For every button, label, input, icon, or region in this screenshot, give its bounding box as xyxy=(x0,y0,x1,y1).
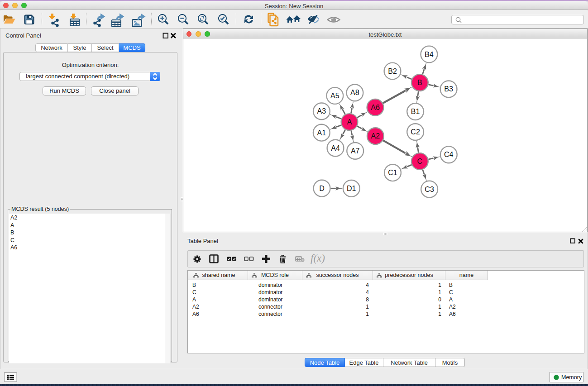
svg-text:B2: B2 xyxy=(388,67,397,75)
svg-text:A2: A2 xyxy=(371,132,380,140)
svg-text:A7: A7 xyxy=(351,147,360,155)
svg-text:C3: C3 xyxy=(425,186,434,193)
svg-text:A1: A1 xyxy=(317,129,326,137)
svg-text:A3: A3 xyxy=(317,107,326,115)
svg-text:A6: A6 xyxy=(371,104,380,111)
svg-text:C1: C1 xyxy=(388,169,397,176)
svg-text:B4: B4 xyxy=(425,51,434,58)
svg-text:C2: C2 xyxy=(411,128,420,136)
svg-text:B3: B3 xyxy=(444,85,453,93)
svg-text:C4: C4 xyxy=(444,151,454,158)
svg-text:A8: A8 xyxy=(350,89,359,96)
svg-text:A4: A4 xyxy=(331,144,340,152)
svg-text:D: D xyxy=(319,185,325,192)
svg-text:D1: D1 xyxy=(347,185,356,192)
svg-text:B: B xyxy=(417,79,422,86)
svg-text:A: A xyxy=(347,118,352,126)
svg-text:C: C xyxy=(417,157,423,165)
svg-text:A5: A5 xyxy=(330,92,339,100)
svg-text:B1: B1 xyxy=(411,108,420,115)
